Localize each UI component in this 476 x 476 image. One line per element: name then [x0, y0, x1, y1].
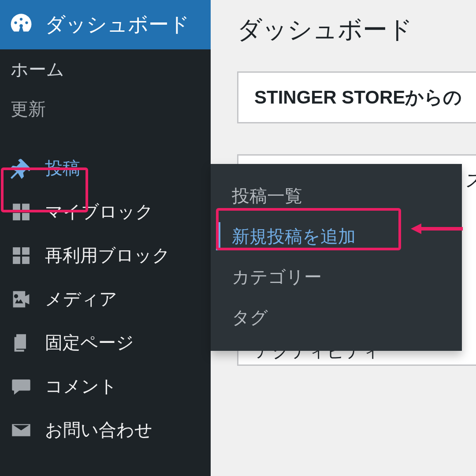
svg-rect-0: [13, 204, 20, 211]
pages-icon: [8, 330, 34, 356]
sidebar-item-posts[interactable]: 投稿: [0, 146, 211, 190]
flyout-label-categories: カテゴリー: [232, 265, 322, 289]
flyout-item-new[interactable]: 新規投稿を追加: [211, 216, 462, 257]
svg-rect-7: [22, 257, 30, 264]
sidebar-item-pages[interactable]: 固定ページ: [0, 321, 211, 364]
comment-icon: [8, 373, 34, 400]
sidebar-label-home: ホーム: [11, 57, 64, 82]
svg-rect-6: [13, 257, 20, 264]
pin-icon: [8, 155, 34, 182]
svg-rect-3: [22, 213, 30, 220]
svg-rect-5: [22, 247, 30, 255]
posts-flyout: 投稿一覧 新規投稿を追加 カテゴリー タグ: [211, 164, 462, 351]
sidebar-separator: [0, 129, 211, 146]
flyout-label-new: 新規投稿を追加: [232, 224, 356, 249]
notice-panel: STINGER STOREからの: [237, 71, 476, 123]
mail-icon: [8, 417, 34, 443]
sidebar-label-updates: 更新: [11, 97, 46, 121]
svg-rect-2: [13, 213, 20, 220]
sidebar-item-myblock[interactable]: マイブロック: [0, 190, 211, 234]
sidebar-item-reusable[interactable]: 再利用ブロック: [0, 234, 211, 277]
flyout-item-list[interactable]: 投稿一覧: [211, 175, 462, 216]
flyout-label-tags: タグ: [232, 305, 268, 330]
sidebar-label-comments: コメント: [45, 374, 117, 398]
sidebar-item-contact[interactable]: お問い合わせ: [0, 408, 211, 452]
page-title: ダッシュボード: [237, 13, 476, 47]
flyout-item-categories[interactable]: カテゴリー: [211, 257, 462, 297]
admin-sidebar: ダッシュボード ホーム 更新 投稿 マイブロック: [0, 0, 211, 476]
flyout-item-tags[interactable]: タグ: [211, 297, 462, 338]
sidebar-label-dashboard: ダッシュボード: [45, 11, 190, 38]
svg-rect-1: [22, 204, 30, 211]
sidebar-item-dashboard[interactable]: ダッシュボード: [0, 0, 211, 49]
grid-icon: [8, 199, 34, 225]
sidebar-subitem-updates[interactable]: 更新: [0, 89, 211, 129]
sidebar-label-reusable: 再利用ブロック: [45, 243, 170, 268]
sidebar-label-pages: 固定ページ: [45, 331, 134, 355]
sidebar-subitem-home[interactable]: ホーム: [0, 49, 211, 89]
media-icon: [8, 286, 34, 312]
grid-icon: [8, 242, 34, 269]
notice-text: STINGER STOREからの: [254, 87, 462, 108]
sidebar-label-posts: 投稿: [45, 156, 80, 180]
sidebar-label-media: メディア: [45, 287, 117, 311]
sidebar-label-contact: お問い合わせ: [45, 418, 152, 442]
gauge-icon: [8, 11, 34, 38]
flyout-label-list: 投稿一覧: [232, 184, 302, 208]
sidebar-label-myblock: マイブロック: [45, 200, 153, 224]
svg-rect-4: [13, 247, 20, 255]
sidebar-item-comments[interactable]: コメント: [0, 364, 211, 408]
sidebar-item-media[interactable]: メディア: [0, 277, 211, 321]
